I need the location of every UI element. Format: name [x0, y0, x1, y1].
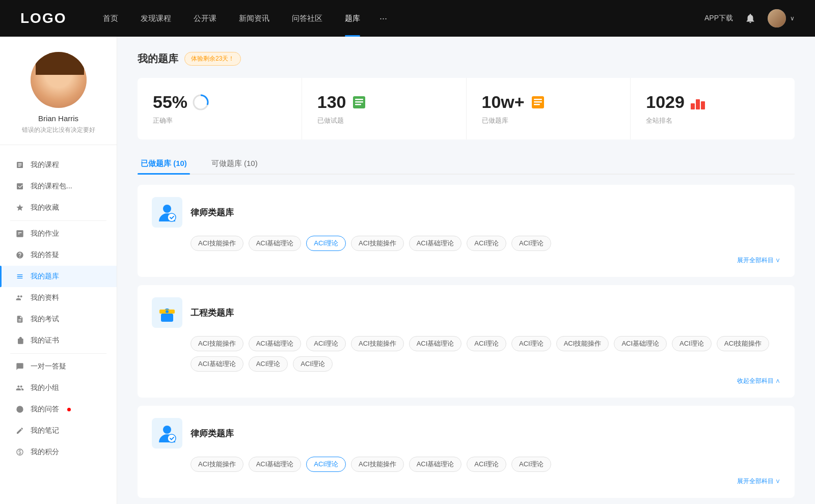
exam-icon — [15, 315, 24, 324]
sidebar-item-notes[interactable]: 我的笔记 — [0, 420, 117, 441]
tag-2-12[interactable]: ACI理论 — [249, 356, 288, 372]
tag-2-3[interactable]: ACI技能操作 — [351, 336, 404, 351]
layout: Brian Harris 错误的决定比没有决定要好 我的课程 我的课程包... — [0, 37, 815, 504]
nav: 首页 发现课程 公开课 新闻资讯 问答社区 题库 ··· — [92, 0, 684, 37]
tab-available[interactable]: 可做题库 (10) — [208, 154, 261, 174]
nav-open-course[interactable]: 公开课 — [182, 0, 228, 37]
header-right: APP下载 ∨ — [704, 9, 795, 27]
rank-icon — [690, 94, 706, 110]
svg-rect-9 — [534, 101, 542, 103]
sidebar-item-bank[interactable]: 我的题库 — [0, 266, 117, 287]
qb-expand-2[interactable]: 收起全部科目 ∧ — [152, 377, 780, 385]
sidebar-item-package[interactable]: 我的课程包... — [0, 176, 117, 197]
sidebar-item-oneone[interactable]: 一对一答疑 — [0, 356, 117, 377]
main-content: 我的题库 体验剩余23天！ 55% 正确率 13 — [117, 37, 815, 504]
nav-more[interactable]: ··· — [371, 13, 395, 24]
svg-point-20 — [168, 434, 176, 442]
stat-accuracy: 55% 正确率 — [138, 78, 302, 139]
qb-expand-3[interactable]: 展开全部科目 ∨ — [152, 477, 780, 486]
qa2-icon — [15, 405, 24, 414]
tag-1-4[interactable]: ACI基础理论 — [409, 236, 462, 251]
sidebar-item-points[interactable]: 我的积分 — [0, 441, 117, 463]
tag-3-0[interactable]: ACI技能操作 — [191, 457, 243, 472]
menu-divider-2 — [10, 353, 106, 354]
tag-2-0[interactable]: ACI技能操作 — [191, 336, 243, 351]
tag-3-5[interactable]: ACI理论 — [467, 457, 506, 472]
tag-2-2[interactable]: ACI理论 — [306, 336, 346, 351]
star-icon — [15, 203, 24, 212]
sidebar: Brian Harris 错误的决定比没有决定要好 我的课程 我的课程包... — [0, 37, 117, 504]
nav-bank[interactable]: 题库 — [334, 0, 371, 37]
course-icon — [15, 160, 24, 170]
qb-title-1: 律师类题库 — [191, 207, 234, 218]
lawyer-icon-1 — [152, 197, 182, 228]
sidebar-item-qa2[interactable]: 我的问答 — [0, 399, 117, 420]
svg-point-15 — [168, 213, 176, 221]
tag-2-1[interactable]: ACI基础理论 — [249, 336, 302, 351]
bank-icon — [15, 272, 24, 281]
qb-card-header-1: 律师类题库 — [152, 197, 780, 228]
sidebar-label-qa: 我的答疑 — [31, 250, 59, 260]
qb-card-header-2: 工程类题库 — [152, 297, 780, 328]
tag-2-11[interactable]: ACI基础理论 — [191, 356, 243, 372]
sidebar-item-homework[interactable]: 我的作业 — [0, 223, 117, 244]
tag-1-5[interactable]: ACI理论 — [467, 236, 506, 251]
tag-1-0[interactable]: ACI技能操作 — [191, 236, 243, 251]
tag-1-1[interactable]: ACI基础理论 — [249, 236, 302, 251]
tag-2-8[interactable]: ACI基础理论 — [614, 336, 667, 351]
tag-1-3[interactable]: ACI技能操作 — [351, 236, 404, 251]
oneone-icon — [15, 362, 24, 371]
tag-2-4[interactable]: ACI基础理论 — [409, 336, 462, 351]
sidebar-item-exam[interactable]: 我的考试 — [0, 309, 117, 330]
sidebar-label-oneone: 一对一答疑 — [31, 362, 66, 371]
tag-3-3[interactable]: ACI技能操作 — [351, 457, 404, 472]
app-download-button[interactable]: APP下载 — [704, 14, 733, 23]
user-menu[interactable]: ∨ — [768, 9, 795, 27]
group-icon — [15, 383, 24, 393]
tag-2-7[interactable]: ACI技能操作 — [556, 336, 609, 351]
svg-point-0 — [16, 406, 23, 412]
tag-2-10[interactable]: ACI技能操作 — [717, 336, 770, 351]
qb-card-lawyer-1: 律师类题库 ACI技能操作 ACI基础理论 ACI理论 ACI技能操作 ACI基… — [138, 185, 795, 277]
stat-rank-label: 全站排名 — [646, 116, 779, 125]
tag-2-6[interactable]: ACI理论 — [511, 336, 551, 351]
sidebar-item-course[interactable]: 我的课程 — [0, 154, 117, 176]
questions-icon — [351, 94, 367, 110]
tag-1-2[interactable]: ACI理论 — [306, 236, 346, 251]
header-avatar — [768, 9, 786, 27]
nav-news[interactable]: 新闻资讯 — [228, 0, 281, 37]
qb-card-engineer: 工程类题库 ACI技能操作 ACI基础理论 ACI理论 ACI技能操作 ACI基… — [138, 285, 795, 398]
sidebar-item-material[interactable]: 我的资料 — [0, 287, 117, 309]
user-name: Brian Harris — [38, 114, 78, 123]
svg-point-14 — [163, 205, 171, 213]
sidebar-item-favorites[interactable]: 我的收藏 — [0, 197, 117, 218]
tab-done[interactable]: 已做题库 (10) — [138, 154, 190, 174]
nav-home[interactable]: 首页 — [92, 0, 129, 37]
tag-2-5[interactable]: ACI理论 — [467, 336, 506, 351]
tag-1-6[interactable]: ACI理论 — [511, 236, 551, 251]
header: LOGO 首页 发现课程 公开课 新闻资讯 问答社区 题库 ··· APP下载 … — [0, 0, 815, 37]
tag-2-9[interactable]: ACI理论 — [672, 336, 712, 351]
qb-expand-1[interactable]: 展开全部科目 ∨ — [152, 256, 780, 265]
homework-icon — [15, 229, 24, 238]
stat-done-banks-label: 已做题库 — [482, 116, 615, 125]
sidebar-label-exam: 我的考试 — [31, 315, 59, 324]
engineer-icon — [152, 297, 182, 328]
stat-done-questions-value: 130 — [317, 92, 346, 112]
svg-rect-12 — [696, 99, 700, 109]
nav-discover[interactable]: 发现课程 — [129, 0, 182, 37]
sidebar-label-homework: 我的作业 — [31, 229, 59, 238]
tag-3-6[interactable]: ACI理论 — [511, 457, 551, 472]
tag-3-2[interactable]: ACI理论 — [306, 457, 346, 472]
stat-rank-value: 1029 — [646, 92, 685, 112]
sidebar-item-cert[interactable]: 我的证书 — [0, 330, 117, 351]
tag-3-4[interactable]: ACI基础理论 — [409, 457, 462, 472]
sidebar-item-group[interactable]: 我的小组 — [0, 377, 117, 399]
nav-qa[interactable]: 问答社区 — [281, 0, 334, 37]
notification-bell[interactable] — [743, 11, 757, 25]
svg-point-19 — [163, 426, 171, 434]
tag-2-13[interactable]: ACI理论 — [293, 356, 333, 372]
tag-3-1[interactable]: ACI基础理论 — [249, 457, 302, 472]
sidebar-item-qa[interactable]: 我的答疑 — [0, 244, 117, 266]
page-title: 我的题库 — [138, 52, 178, 66]
